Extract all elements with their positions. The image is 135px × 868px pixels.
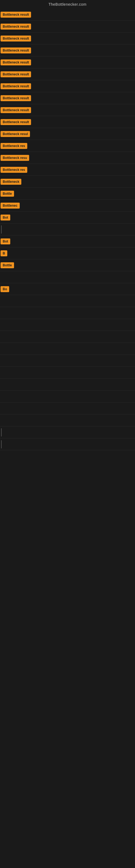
list-item <box>0 414 135 426</box>
list-item <box>0 355 135 367</box>
list-item <box>0 367 135 379</box>
bottleneck-result-badge: Bo <box>1 286 9 292</box>
bottleneck-result-badge: Bot <box>1 215 10 220</box>
list-item: Bottleneck <box>0 176 135 188</box>
list-item: Bottleneck result <box>0 92 135 104</box>
bottleneck-result-badge: Bottleneck res <box>1 167 27 173</box>
bottleneck-result-badge: Bottleneck result <box>1 83 31 89</box>
list-item: Bot <box>0 212 135 223</box>
list-item: Bottleneck res <box>0 140 135 152</box>
list-item: Bottleneck resu <box>0 152 135 164</box>
list-item <box>0 307 135 319</box>
vertical-line <box>1 440 2 448</box>
list-item <box>0 391 135 403</box>
list-item: Bottlenec <box>0 199 135 212</box>
list-item: Bottle <box>0 188 135 199</box>
bottleneck-result-badge: Bottleneck result <box>1 119 31 125</box>
list-item: Bottleneck result <box>0 9 135 21</box>
list-item <box>0 331 135 343</box>
bottleneck-result-badge: Bottleneck <box>1 179 21 185</box>
list-item <box>0 319 135 331</box>
list-item <box>0 271 135 283</box>
list-item: Bottleneck result <box>0 21 135 33</box>
bottleneck-result-badge: B <box>1 250 7 256</box>
bottleneck-result-badge: Bottleneck result <box>1 107 31 113</box>
list-item <box>0 379 135 391</box>
list-item <box>0 438 135 450</box>
bottleneck-result-badge: Bottleneck result <box>1 35 31 41</box>
list-item: Bottleneck res <box>0 164 135 176</box>
bottleneck-result-badge: Bottleneck result <box>1 59 31 65</box>
bottleneck-result-badge: Bottlenec <box>1 203 20 209</box>
list-item: Bottleneck result <box>0 104 135 116</box>
bottleneck-result-badge: Bottleneck res <box>1 143 27 149</box>
list-item: Bottleneck resul <box>0 128 135 140</box>
list-item <box>0 295 135 307</box>
bottleneck-result-badge: Bottleneck result <box>1 24 31 30</box>
list-item: Bottleneck result <box>0 80 135 92</box>
list-item: Bottleneck result <box>0 56 135 68</box>
bottleneck-result-badge: Bottleneck resu <box>1 155 29 161</box>
list-item: Bot <box>0 236 135 247</box>
list-item: Bottle <box>0 259 135 271</box>
list-item <box>0 426 135 438</box>
list-item <box>0 403 135 414</box>
list-item: Bottleneck result <box>0 44 135 56</box>
bottleneck-result-badge: Bottleneck result <box>1 48 31 54</box>
bottleneck-result-badge: Bottleneck result <box>1 12 31 18</box>
list-item <box>0 343 135 355</box>
site-title: TheBottlenecker.com <box>0 0 135 9</box>
vertical-line <box>1 225 2 234</box>
bottleneck-result-badge: Bottleneck result <box>1 71 31 77</box>
list-item: Bottleneck result <box>0 68 135 80</box>
list-item: B <box>0 247 135 259</box>
bottleneck-result-badge: Bottleneck result <box>1 95 31 101</box>
bottleneck-result-badge: Bottleneck resul <box>1 131 30 137</box>
list-item: Bo <box>0 283 135 295</box>
bottleneck-result-badge: Bottle <box>1 191 14 197</box>
bottleneck-result-badge: Bot <box>1 239 10 244</box>
list-item <box>0 223 135 236</box>
bottleneck-result-badge: Bottle <box>1 262 14 268</box>
list-item: Bottleneck result <box>0 116 135 128</box>
list-item: Bottleneck result <box>0 33 135 44</box>
vertical-line <box>1 428 2 436</box>
